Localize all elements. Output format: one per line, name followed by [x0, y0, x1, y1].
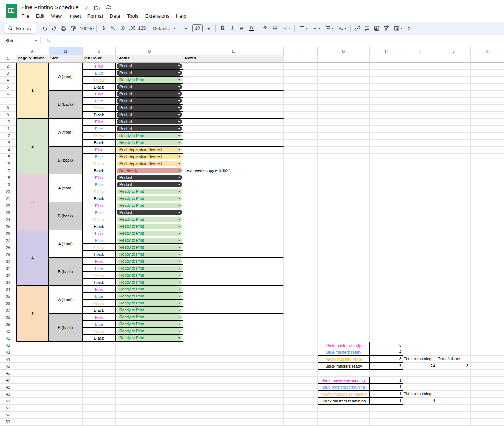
- status-dropdown[interactable]: Ready to Print▼: [117, 133, 182, 138]
- note-cell[interactable]: [183, 154, 284, 160]
- cell[interactable]: [318, 286, 370, 293]
- cell[interactable]: [16, 405, 49, 412]
- row-header-48[interactable]: 48: [0, 384, 16, 391]
- cell[interactable]: [370, 160, 403, 167]
- status-cell[interactable]: Printed▼: [116, 209, 183, 216]
- cell[interactable]: [116, 363, 183, 370]
- grid-corner[interactable]: [0, 47, 16, 55]
- cell[interactable]: [49, 363, 83, 370]
- status-cell[interactable]: Printed▼: [116, 91, 183, 98]
- cell[interactable]: [318, 279, 370, 286]
- page-cell-2[interactable]: 2: [16, 119, 49, 174]
- cell[interactable]: [370, 244, 403, 251]
- row-header-13[interactable]: 13: [0, 140, 16, 147]
- cell[interactable]: [370, 314, 403, 321]
- column-header-B[interactable]: B: [49, 47, 83, 55]
- cell[interactable]: [49, 384, 83, 391]
- cell[interactable]: [403, 279, 437, 286]
- row-header-29[interactable]: 29: [0, 251, 16, 258]
- status-cell[interactable]: Ready to Print▼: [116, 133, 183, 140]
- row-header-30[interactable]: 30: [0, 258, 16, 265]
- cell[interactable]: [403, 244, 437, 251]
- row-header-11[interactable]: 11: [0, 126, 16, 133]
- ink-cell-yellow[interactable]: Yellow: [83, 272, 116, 279]
- status-cell[interactable]: Ready to Print▼: [116, 223, 183, 230]
- status-dropdown[interactable]: Printed▼: [117, 98, 182, 104]
- cell[interactable]: [284, 70, 318, 77]
- cell[interactable]: [284, 119, 318, 126]
- row-header-34[interactable]: 34: [0, 286, 16, 293]
- page-cell-5[interactable]: 5: [16, 286, 49, 342]
- cell[interactable]: [471, 398, 504, 405]
- cell[interactable]: [370, 181, 403, 188]
- status-cell[interactable]: Printed▼: [116, 174, 183, 181]
- side-cell[interactable]: B (back): [49, 314, 83, 342]
- cell[interactable]: [370, 335, 403, 342]
- ink-cell-blue[interactable]: Blue: [83, 126, 116, 133]
- cell[interactable]: [403, 112, 437, 119]
- cell[interactable]: [471, 70, 504, 77]
- move-folder-icon[interactable]: [94, 4, 100, 11]
- cell[interactable]: [116, 342, 183, 349]
- cell[interactable]: [471, 181, 504, 188]
- ink-cell-yellow[interactable]: Yellow: [83, 188, 116, 195]
- summary-label[interactable]: Black masters remaining: [318, 398, 370, 405]
- cell[interactable]: [437, 202, 471, 209]
- cell[interactable]: [284, 398, 318, 405]
- note-cell[interactable]: [183, 230, 284, 237]
- cell[interactable]: [284, 251, 318, 258]
- row-header-16[interactable]: 16: [0, 160, 16, 167]
- ink-cell-blue[interactable]: Blue: [83, 321, 116, 328]
- menu-data[interactable]: Data: [107, 12, 124, 20]
- row-header-15[interactable]: 15: [0, 154, 16, 160]
- cell[interactable]: [370, 370, 403, 377]
- sheets-logo[interactable]: [6, 4, 17, 18]
- note-cell[interactable]: [183, 202, 284, 209]
- cell[interactable]: [471, 98, 504, 105]
- total-finished-label[interactable]: Total finished:: [437, 356, 471, 363]
- summary-label[interactable]: Yellow masters ready: [318, 356, 370, 363]
- summary-value[interactable]: 5: [370, 342, 403, 349]
- row-header-23[interactable]: 23: [0, 209, 16, 216]
- status-cell[interactable]: Ready to Print▼: [116, 195, 183, 202]
- row-header-10[interactable]: 10: [0, 119, 16, 126]
- cell[interactable]: [284, 237, 318, 244]
- ink-cell-black[interactable]: Black: [83, 223, 116, 230]
- cell[interactable]: [437, 55, 471, 63]
- note-cell[interactable]: [183, 105, 284, 112]
- cell[interactable]: [403, 188, 437, 195]
- cell[interactable]: [471, 377, 504, 384]
- ink-cell-black[interactable]: Black: [83, 251, 116, 258]
- summary-label[interactable]: Blue masters remaining: [318, 384, 370, 391]
- status-dropdown[interactable]: Ready to Print▼: [117, 231, 182, 236]
- cell[interactable]: [471, 293, 504, 300]
- menu-view[interactable]: View: [48, 12, 65, 20]
- status-cell[interactable]: Printed▼: [116, 84, 183, 91]
- cell[interactable]: [116, 377, 183, 384]
- row-header-31[interactable]: 31: [0, 265, 16, 272]
- cell[interactable]: [318, 202, 370, 209]
- cell[interactable]: [83, 419, 116, 426]
- cell[interactable]: [403, 405, 437, 412]
- status-dropdown[interactable]: Print Separation Needed▼: [117, 161, 182, 166]
- redo-button[interactable]: [50, 24, 59, 33]
- status-cell[interactable]: Ready to Print▼: [116, 328, 183, 335]
- status-dropdown[interactable]: Print Separation Needed▼: [117, 154, 182, 159]
- note-cell[interactable]: [183, 84, 284, 91]
- ink-cell-pink[interactable]: Pink: [83, 91, 116, 98]
- status-cell[interactable]: Printed▼: [116, 119, 183, 126]
- cell[interactable]: [318, 140, 370, 147]
- cell[interactable]: [83, 356, 116, 363]
- cell[interactable]: [403, 230, 437, 237]
- cell[interactable]: [284, 307, 318, 314]
- cell[interactable]: [370, 265, 403, 272]
- cell[interactable]: [284, 209, 318, 216]
- status-cell[interactable]: Printed▼: [116, 112, 183, 119]
- ink-cell-blue[interactable]: Blue: [83, 154, 116, 160]
- cell[interactable]: [318, 251, 370, 258]
- note-cell[interactable]: [183, 126, 284, 133]
- cell[interactable]: [370, 307, 403, 314]
- row-header-8[interactable]: 8: [0, 105, 16, 112]
- cell[interactable]: [370, 55, 403, 63]
- cell[interactable]: [318, 119, 370, 126]
